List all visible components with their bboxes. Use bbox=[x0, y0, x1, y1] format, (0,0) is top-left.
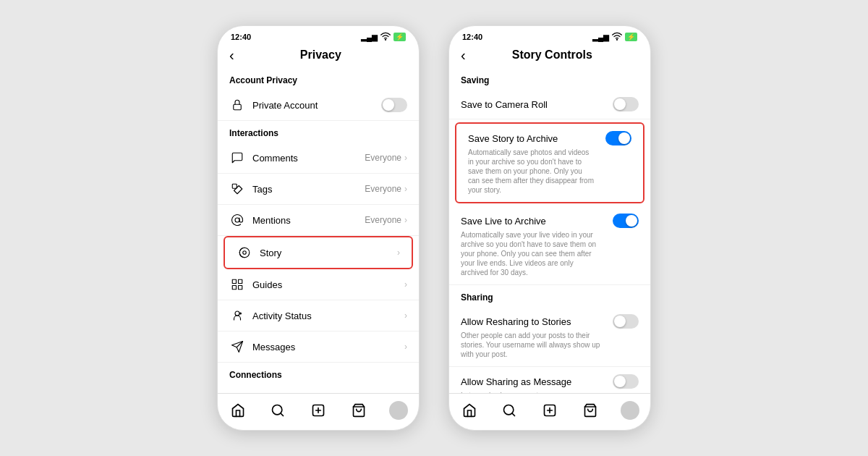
right-phone: 12:40 ▂▄▆ ⚡ ‹ Story Controls Saving Save… bbox=[448, 25, 651, 431]
private-account-item[interactable]: Private Account bbox=[218, 90, 419, 121]
signal-icon: ▂▄▆ bbox=[361, 33, 378, 41]
left-time: 12:40 bbox=[231, 33, 251, 41]
right-nav-profile[interactable] bbox=[619, 400, 641, 421]
mentions-label: Mentions bbox=[252, 215, 365, 226]
save-story-archive-desc: Automatically save photos and videos in … bbox=[468, 148, 631, 195]
svg-rect-2 bbox=[232, 184, 237, 188]
right-wifi-icon bbox=[612, 32, 622, 42]
right-battery-icon: ⚡ bbox=[625, 33, 637, 41]
save-story-archive-toggle[interactable] bbox=[605, 131, 631, 145]
allow-resharing-desc: Other people can add your posts to their… bbox=[461, 331, 639, 359]
right-status-icons: ▂▄▆ ⚡ bbox=[592, 32, 637, 42]
save-live-archive-label: Save Live to Archive bbox=[461, 216, 613, 227]
left-nav-bar: ‹ Privacy bbox=[218, 45, 419, 68]
left-back-button[interactable]: ‹ bbox=[229, 48, 234, 62]
save-story-archive-label: Save Story to Archive bbox=[468, 133, 605, 144]
tags-item[interactable]: Tags Everyone › bbox=[218, 174, 419, 205]
left-nav-shop[interactable] bbox=[348, 400, 370, 421]
comments-label: Comments bbox=[252, 153, 365, 164]
interactions-header: Interactions bbox=[218, 121, 419, 143]
svg-line-20 bbox=[281, 413, 284, 416]
comments-value: Everyone bbox=[365, 153, 401, 163]
save-live-archive-toggle[interactable] bbox=[613, 214, 639, 228]
allow-sharing-message-item[interactable]: Allow Sharing as Message Let people shar… bbox=[449, 367, 650, 393]
connections-header: Connections bbox=[218, 363, 419, 384]
right-status-bar: 12:40 ▂▄▆ ⚡ bbox=[449, 26, 650, 45]
left-content: Account Privacy Private Account Interact… bbox=[218, 68, 419, 393]
left-status-icons: ▂▄▆ ⚡ bbox=[361, 32, 406, 42]
allow-resharing-label: Allow Resharing to Stories bbox=[461, 316, 613, 327]
guides-item[interactable]: Guides › bbox=[218, 269, 419, 300]
left-bottom-nav bbox=[218, 393, 419, 430]
saving-header: Saving bbox=[449, 68, 650, 90]
activity-chevron: › bbox=[404, 311, 407, 321]
comments-chevron: › bbox=[404, 153, 407, 163]
right-nav-home[interactable] bbox=[459, 400, 480, 421]
wifi-icon bbox=[380, 32, 391, 42]
right-content: Saving Save to Camera Roll Save Story to… bbox=[449, 68, 650, 393]
guides-label: Guides bbox=[252, 279, 404, 290]
mentions-chevron: › bbox=[404, 215, 407, 225]
save-story-archive-item[interactable]: Save Story to Archive Automatically save… bbox=[455, 122, 644, 203]
comments-icon bbox=[229, 150, 245, 166]
battery-icon: ⚡ bbox=[393, 33, 406, 41]
save-camera-roll-label: Save to Camera Roll bbox=[461, 99, 613, 110]
sharing-header: Sharing bbox=[449, 285, 650, 307]
left-avatar bbox=[389, 401, 408, 420]
messages-icon bbox=[229, 339, 245, 355]
save-camera-roll-item[interactable]: Save to Camera Roll bbox=[449, 90, 650, 119]
left-nav-search[interactable] bbox=[267, 400, 289, 421]
activity-status-label: Activity Status bbox=[252, 311, 404, 321]
save-live-archive-item[interactable]: Save Live to Archive Automatically save … bbox=[449, 206, 650, 285]
account-privacy-header: Account Privacy bbox=[218, 68, 419, 90]
private-account-label: Private Account bbox=[252, 100, 381, 111]
allow-resharing-item[interactable]: Allow Resharing to Stories Other people … bbox=[449, 307, 650, 367]
right-back-button[interactable]: ‹ bbox=[461, 48, 466, 62]
right-time: 12:40 bbox=[462, 33, 482, 41]
right-avatar bbox=[621, 401, 639, 420]
phones-container: 12:40 ▂▄▆ ⚡ ‹ Privacy Account Privacy Pr… bbox=[217, 25, 651, 431]
tags-icon bbox=[229, 181, 245, 197]
private-account-toggle[interactable] bbox=[381, 98, 407, 112]
lock-icon bbox=[229, 97, 245, 113]
left-title: Privacy bbox=[234, 48, 407, 62]
story-icon bbox=[237, 245, 252, 261]
mentions-item[interactable]: Mentions Everyone › bbox=[218, 205, 419, 236]
right-nav-shop[interactable] bbox=[579, 400, 601, 421]
mentions-value: Everyone bbox=[365, 215, 401, 225]
svg-rect-7 bbox=[239, 279, 242, 283]
story-label: Story bbox=[260, 248, 397, 258]
allow-resharing-toggle[interactable] bbox=[613, 314, 639, 329]
svg-line-27 bbox=[512, 413, 515, 416]
right-nav-add[interactable] bbox=[539, 400, 561, 421]
activity-status-item[interactable]: Activity Status › bbox=[218, 300, 419, 332]
left-nav-home[interactable] bbox=[227, 400, 249, 421]
comments-item[interactable]: Comments Everyone › bbox=[218, 143, 419, 174]
tags-value: Everyone bbox=[365, 184, 401, 194]
svg-point-25 bbox=[616, 39, 617, 40]
svg-rect-8 bbox=[232, 286, 236, 290]
messages-item[interactable]: Messages › bbox=[218, 332, 419, 363]
restricted-accounts-item[interactable]: Restricted Accounts › bbox=[218, 384, 419, 393]
svg-point-0 bbox=[385, 39, 386, 40]
save-camera-roll-toggle[interactable] bbox=[613, 97, 639, 111]
svg-point-11 bbox=[239, 313, 242, 315]
messages-label: Messages bbox=[252, 342, 404, 352]
mentions-icon bbox=[229, 212, 245, 228]
guides-chevron: › bbox=[404, 279, 407, 290]
activity-icon bbox=[229, 308, 245, 324]
right-nav-bar: ‹ Story Controls bbox=[449, 45, 650, 68]
left-nav-profile[interactable] bbox=[388, 400, 409, 421]
right-bottom-nav bbox=[449, 393, 650, 430]
tags-label: Tags bbox=[252, 184, 365, 195]
left-phone: 12:40 ▂▄▆ ⚡ ‹ Privacy Account Privacy Pr… bbox=[217, 25, 420, 431]
tags-chevron: › bbox=[404, 184, 407, 194]
svg-point-3 bbox=[235, 218, 239, 222]
allow-sharing-message-toggle[interactable] bbox=[613, 374, 639, 389]
svg-rect-1 bbox=[234, 104, 242, 110]
left-nav-add[interactable] bbox=[307, 400, 329, 421]
right-nav-search[interactable] bbox=[498, 400, 520, 421]
story-item[interactable]: Story › bbox=[224, 236, 413, 269]
svg-point-10 bbox=[235, 311, 239, 316]
guides-icon bbox=[229, 276, 245, 292]
